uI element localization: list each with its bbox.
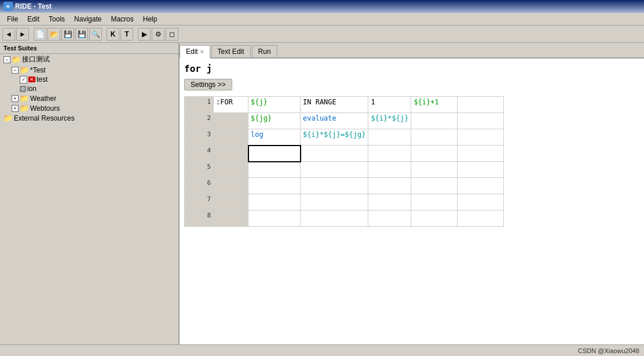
tree-label-external: External Resources <box>14 114 75 122</box>
app-icon: R <box>3 2 13 11</box>
table-row: 5 <box>185 162 504 178</box>
right-panel: Edit × Text Edit Run for j Settings >> 1… <box>180 43 644 344</box>
toolbar-new[interactable]: 📄 <box>34 28 46 41</box>
title-text: RIDE - Test <box>15 2 52 10</box>
toolbar-back[interactable]: ◄ <box>2 28 15 41</box>
tab-run[interactable]: Run <box>252 45 277 57</box>
tree-label-weather: Weather <box>30 95 56 103</box>
tab-bar: Edit × Text Edit Run <box>180 43 644 59</box>
tree-item-ion[interactable]: ⚙ ion <box>0 84 178 93</box>
content-area: for j Settings >> 1 :FOR ${j} IN RANGE 1… <box>180 59 644 344</box>
toolbar-search[interactable]: 🔍 <box>89 28 102 41</box>
tree-item-external[interactable]: 📁 External Resources <box>0 113 178 123</box>
cell-3-1[interactable]: log <box>248 129 301 146</box>
toolbar-stop[interactable]: ⚙ <box>152 28 164 41</box>
tree-label-ion: ion <box>27 85 36 93</box>
cell-4-indent <box>214 146 248 162</box>
tree-item-webtours[interactable]: + 📁 Webtours <box>0 103 178 113</box>
row-num-3: 3 <box>185 129 214 146</box>
cell-3-indent <box>214 129 248 146</box>
left-panel: Test Suites − 📁 接口测试 − 📁 *Test ✓ ✕ test … <box>0 43 180 344</box>
cell-2-indent <box>214 113 248 129</box>
cell-2-1[interactable]: ${jg} <box>248 113 301 129</box>
folder-icon-webtours: 📁 <box>20 104 29 112</box>
cell-2-2[interactable]: evaluate <box>301 113 368 129</box>
editor-table: 1 :FOR ${j} IN RANGE 1 ${i}+1 2 ${jg} ev… <box>184 96 504 227</box>
expand-jieku[interactable]: − <box>3 56 10 63</box>
table-row: 3 log ${i}*${j}=${jg} <box>185 129 504 146</box>
main: Test Suites − 📁 接口测试 − 📁 *Test ✓ ✕ test … <box>0 43 644 344</box>
toolbar-t[interactable]: T <box>120 28 133 41</box>
red-box-test: ✕ <box>28 77 35 82</box>
table-row: 2 ${jg} evaluate ${i}*${j} <box>185 113 504 129</box>
toolbar-k[interactable]: K <box>107 28 119 41</box>
cell-4-5[interactable] <box>458 146 504 162</box>
toolbar-debug[interactable]: ◻ <box>166 28 178 41</box>
tab-edit[interactable]: Edit × <box>180 45 210 59</box>
cell-4-1[interactable] <box>248 146 301 162</box>
tab-textedit-label: Text Edit <box>218 48 244 56</box>
cell-2-3[interactable]: ${i}*${j} <box>368 113 411 129</box>
cell-1-4[interactable]: ${i}+1 <box>411 97 458 113</box>
table-row: 4 <box>185 146 504 162</box>
menu-help[interactable]: Help <box>138 14 162 24</box>
tab-textedit[interactable]: Text Edit <box>211 45 251 57</box>
cell-3-2[interactable]: ${i}*${j}=${jg} <box>301 129 368 146</box>
table-row: 7 <box>185 194 504 210</box>
tree-item-test[interactable]: − 📁 *Test <box>0 65 178 75</box>
toolbar-saveas[interactable]: 💾 <box>75 28 88 41</box>
cell-3-5[interactable] <box>458 129 504 146</box>
cell-1-5[interactable] <box>458 97 504 113</box>
cell-2-5[interactable] <box>458 113 504 129</box>
cell-3-3[interactable] <box>368 129 411 146</box>
row-num-6: 6 <box>185 178 214 194</box>
tree-item-weather[interactable]: + 📁 Weather <box>0 93 178 103</box>
menu-edit[interactable]: Edit <box>23 14 44 24</box>
cell-4-3[interactable] <box>368 146 411 162</box>
tab-edit-label: Edit <box>186 48 198 56</box>
check-icon-test[interactable]: ✓ <box>20 76 27 83</box>
expand-webtours[interactable]: + <box>12 105 19 112</box>
tree-item-testfile[interactable]: ✓ ✕ test <box>0 75 178 84</box>
toolbar-forward[interactable]: ► <box>16 28 29 41</box>
cell-1-0[interactable]: :FOR <box>214 97 248 113</box>
cell-3-4[interactable] <box>411 129 458 146</box>
menu-macros[interactable]: Macros <box>106 14 138 24</box>
cell-1-1[interactable]: ${j} <box>248 97 301 113</box>
settings-button[interactable]: Settings >> <box>184 79 232 90</box>
cell-1-2[interactable]: IN RANGE <box>301 97 368 113</box>
tree-label-webtours: Webtours <box>30 104 60 112</box>
row-num-5: 5 <box>185 162 214 178</box>
row-num-4: 4 <box>185 146 214 162</box>
menu-tools[interactable]: Tools <box>44 14 69 24</box>
table-row: 6 <box>185 178 504 194</box>
toolbar-save[interactable]: 💾 <box>61 28 74 41</box>
menu-file[interactable]: File <box>2 14 23 24</box>
cell-1-3[interactable]: 1 <box>368 97 411 113</box>
tab-run-label: Run <box>258 48 271 56</box>
cell-4-4[interactable] <box>411 146 458 162</box>
gear-icon-ion: ⚙ <box>20 86 26 92</box>
toolbar-open[interactable]: 📂 <box>47 28 60 41</box>
status-bar: CSDN @Xiaowu2048 <box>0 344 644 356</box>
menu-navigate[interactable]: Navigate <box>69 14 106 24</box>
row-num-8: 8 <box>185 210 214 227</box>
tab-edit-close[interactable]: × <box>200 49 204 55</box>
keyword-name: for j <box>184 63 639 74</box>
cell-4-2[interactable] <box>301 146 368 162</box>
table-row: 1 :FOR ${j} IN RANGE 1 ${i}+1 <box>185 97 504 113</box>
row-num-7: 7 <box>185 194 214 210</box>
folder-icon-weather: 📁 <box>20 94 29 103</box>
cell-2-4[interactable] <box>411 113 458 129</box>
folder-icon-jieku: 📁 <box>12 55 21 64</box>
expand-weather[interactable]: + <box>12 95 19 102</box>
toolbar-run[interactable]: ▶ <box>138 28 151 41</box>
menu-bar: File Edit Tools Navigate Macros Help <box>0 13 644 26</box>
table-row: 8 <box>185 210 504 227</box>
status-text: CSDN @Xiaowu2048 <box>578 347 639 354</box>
tree-label-jieku: 接口测试 <box>22 55 50 64</box>
tree-item-jieku[interactable]: − 📁 接口测试 <box>0 54 178 65</box>
row-num-2: 2 <box>185 113 214 129</box>
test-suites-header: Test Suites <box>0 43 178 54</box>
expand-test[interactable]: − <box>12 67 19 74</box>
